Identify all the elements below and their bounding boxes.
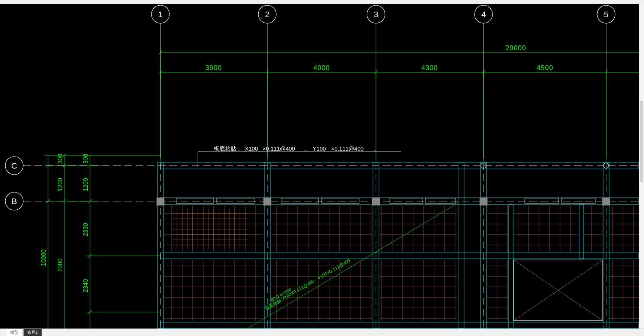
svg-text:2340: 2340 bbox=[82, 279, 89, 293]
svg-rect-93 bbox=[163, 260, 263, 321]
svg-rect-108 bbox=[372, 198, 380, 205]
svg-text:300: 300 bbox=[57, 154, 63, 164]
svg-rect-89 bbox=[487, 206, 508, 252]
svg-rect-83 bbox=[579, 205, 584, 259]
svg-rect-75 bbox=[160, 253, 639, 259]
dim-spans-top: 3900 4000 4300 4500 bbox=[159, 64, 639, 79]
svg-text:4300: 4300 bbox=[421, 64, 438, 72]
svg-text:4500: 4500 bbox=[537, 64, 553, 72]
svg-rect-97 bbox=[610, 260, 639, 321]
top-toolbar-strip bbox=[0, 0, 644, 4]
svg-rect-99 bbox=[217, 198, 254, 203]
svg-rect-96 bbox=[487, 260, 508, 321]
svg-text:4000: 4000 bbox=[313, 64, 330, 72]
svg-text:3900: 3900 bbox=[205, 64, 222, 72]
layout1-tab[interactable]: 布局1 bbox=[23, 329, 42, 336]
svg-rect-100 bbox=[281, 198, 319, 203]
cad-drawing-svg[interactable]: 1 2 3 4 5 bbox=[4, 4, 639, 329]
svg-rect-80 bbox=[458, 162, 464, 329]
svg-rect-92 bbox=[610, 206, 639, 252]
vertical-scrollbar[interactable] bbox=[639, 4, 644, 329]
model-tab[interactable]: 模型 bbox=[6, 329, 22, 336]
svg-rect-105 bbox=[562, 198, 595, 203]
svg-text:1: 1 bbox=[158, 10, 163, 19]
scroll-thumb[interactable] bbox=[640, 101, 643, 182]
svg-text:板底粘贴：
        X100
        ×0.: 板底粘贴： X100 ×0.111@400 、 Y100 ×0.111@400 … bbox=[213, 145, 380, 152]
svg-rect-82 bbox=[509, 205, 513, 328]
bottom-tab-bar: 模型 布局1 bbox=[0, 329, 644, 336]
svg-text:3: 3 bbox=[374, 10, 378, 19]
dim-overall-top: 29000 bbox=[159, 44, 639, 79]
svg-rect-102 bbox=[390, 198, 423, 203]
svg-rect-101 bbox=[322, 198, 359, 203]
svg-rect-91 bbox=[584, 206, 603, 252]
svg-rect-98 bbox=[176, 198, 214, 203]
columns bbox=[157, 163, 610, 205]
svg-text:1200: 1200 bbox=[82, 178, 89, 191]
svg-rect-106 bbox=[157, 198, 164, 205]
svg-text:5: 5 bbox=[604, 10, 608, 19]
void-panel-x bbox=[514, 260, 603, 321]
svg-text:B: B bbox=[12, 197, 17, 206]
svg-rect-87 bbox=[271, 206, 372, 252]
svg-rect-110 bbox=[602, 198, 610, 205]
svg-text:300: 300 bbox=[82, 154, 89, 164]
cad-drawing-viewport[interactable]: 1 2 3 4 5 bbox=[4, 4, 639, 329]
svg-rect-103 bbox=[425, 198, 455, 203]
svg-rect-95 bbox=[380, 260, 457, 321]
svg-text:7000: 7000 bbox=[57, 258, 63, 272]
svg-rect-90 bbox=[514, 206, 578, 252]
svg-rect-86 bbox=[172, 209, 247, 249]
svg-rect-104 bbox=[525, 198, 559, 203]
svg-text:10000: 10000 bbox=[40, 249, 47, 266]
svg-text:2330: 2330 bbox=[82, 223, 89, 236]
annot-slab-reinforcement-top: 板底粘贴： X100 ×0.111@400 、 Y100 ×0.111@400 … bbox=[198, 145, 401, 167]
svg-rect-88 bbox=[380, 206, 457, 252]
svg-rect-76 bbox=[160, 322, 639, 328]
svg-text:4: 4 bbox=[481, 10, 486, 19]
svg-text:2: 2 bbox=[265, 10, 270, 19]
hatch-panels bbox=[163, 206, 639, 321]
svg-text:1200: 1200 bbox=[57, 178, 63, 191]
svg-rect-109 bbox=[480, 198, 487, 205]
row-b-openings bbox=[176, 198, 595, 203]
dims-left: 10000 300 1200 7000 300 1200 2330 2340 bbox=[40, 154, 160, 329]
svg-text:C: C bbox=[11, 161, 17, 170]
svg-text:29000: 29000 bbox=[505, 44, 526, 52]
svg-rect-107 bbox=[264, 198, 271, 205]
